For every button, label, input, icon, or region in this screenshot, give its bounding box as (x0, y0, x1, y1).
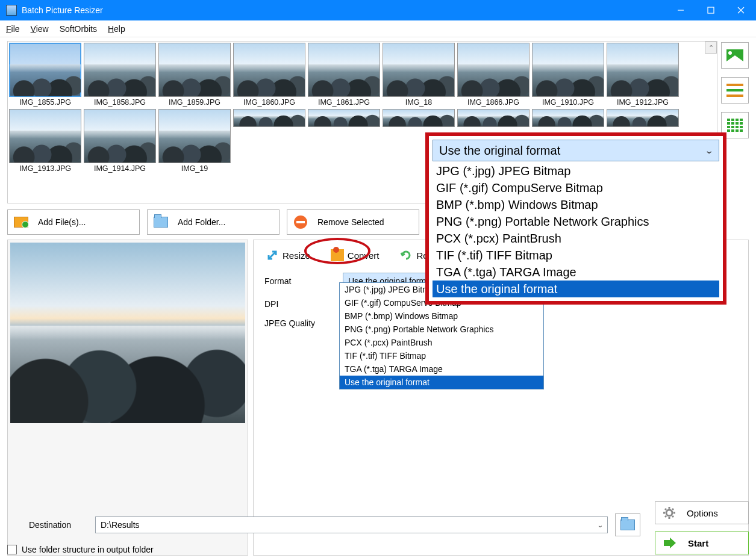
tab-convert[interactable]: Convert (326, 246, 384, 264)
thumbnail-item[interactable] (233, 109, 305, 173)
svg-line-13 (665, 516, 666, 517)
svg-marker-14 (664, 538, 676, 548)
thumbnail-label: IMG_18 (383, 98, 455, 107)
dpi-label: DPI (264, 299, 337, 309)
svg-line-11 (672, 516, 673, 517)
thumbnail-label: IMG_1861.JPG (308, 98, 380, 107)
image-icon (726, 49, 743, 61)
preview-pane (7, 240, 248, 556)
tab-convert-label: Convert (348, 250, 380, 261)
thumbnail-item[interactable]: IMG_1912.JPG (607, 43, 679, 107)
destination-label: Destination (7, 520, 88, 530)
thumbnail-image (457, 109, 530, 127)
browse-destination-button[interactable] (615, 513, 640, 536)
app-icon (6, 5, 17, 16)
format-combo-enlarged[interactable]: Use the original format ⌄ (433, 140, 719, 161)
destination-input[interactable]: D:\Results ⌄ (95, 516, 608, 533)
format-option[interactable]: TGA (*.tga) TARGA Image (433, 264, 719, 281)
menu-help[interactable]: Help (108, 24, 125, 34)
options-label: Options (687, 508, 718, 518)
thumbnail-item[interactable]: IMG_1860.JPG (233, 43, 305, 107)
thumbnail-image (607, 109, 679, 127)
thumbnail-label: IMG_1859.JPG (158, 98, 231, 107)
format-option[interactable]: PCX (*.pcx) PaintBrush (340, 336, 543, 349)
tab-resize[interactable]: Resize (261, 246, 315, 264)
thumbnail-image (532, 109, 604, 127)
format-option[interactable]: Use the original format (340, 376, 543, 389)
minimize-button[interactable] (666, 0, 696, 20)
options-button[interactable]: Options (655, 501, 749, 524)
thumbnail-image (9, 109, 81, 163)
thumbnail-label: IMG_1860.JPG (233, 98, 305, 107)
jpeg-quality-label: JPEG Quality (264, 318, 337, 328)
menu-file[interactable]: File (6, 24, 20, 34)
thumbnail-item[interactable] (308, 109, 380, 173)
gallery-scroll-up[interactable]: ⌃ (705, 42, 717, 54)
add-files-button[interactable]: Add File(s)... (7, 209, 140, 235)
format-option[interactable]: PNG (*.png) Portable Network Graphics (433, 213, 719, 230)
menu-softorbits[interactable]: SoftOrbits (60, 24, 97, 34)
format-dropdown-enlarged-list[interactable]: JPG (*.jpg) JPEG BitmapGIF (*.gif) Compu… (433, 163, 719, 297)
format-option[interactable]: TIF (*.tif) TIFF Bitmap (340, 349, 543, 362)
add-files-label: Add File(s)... (38, 217, 86, 227)
maximize-button[interactable] (696, 0, 726, 20)
thumbnail-image (532, 43, 604, 97)
thumbnail-image (158, 109, 231, 163)
thumbnail-label: IMG_1914.JPG (84, 164, 156, 173)
format-option[interactable]: PNG (*.png) Portable Network Graphics (340, 323, 543, 336)
view-large-thumb-button[interactable] (721, 42, 749, 69)
menu-bar: File View SoftOrbits Help (0, 20, 756, 37)
thumbnail-image (457, 43, 530, 97)
preview-image (10, 243, 245, 423)
thumbnail-item[interactable]: IMG_1866.JPG (457, 43, 530, 107)
svg-line-12 (672, 509, 673, 510)
format-option[interactable]: TIF (*.tif) TIFF Bitmap (433, 247, 719, 264)
close-button[interactable] (726, 0, 756, 20)
format-option[interactable]: PCX (*.pcx) PaintBrush (433, 230, 719, 247)
thumbnail-label: IMG_1855.JPG (9, 98, 81, 107)
add-file-icon (14, 217, 28, 228)
tab-resize-label: Resize (283, 250, 310, 261)
thumbnail-label: IMG_1913.JPG (9, 164, 81, 173)
format-option[interactable]: GIF (*.gif) CompuServe Bitmap (433, 179, 719, 196)
format-option[interactable]: Use the original format (433, 281, 719, 297)
thumbnail-item[interactable]: IMG_1855.JPG (9, 43, 81, 107)
add-folder-button[interactable]: Add Folder... (147, 209, 280, 235)
thumbnail-image (84, 43, 156, 97)
thumbnail-item[interactable]: IMG_1861.JPG (308, 43, 380, 107)
thumbnail-label: IMG_1866.JPG (457, 98, 530, 107)
remove-selected-button[interactable]: Remove Selected (287, 209, 419, 235)
format-option[interactable]: TGA (*.tga) TARGA Image (340, 362, 543, 376)
format-option[interactable]: JPG (*.jpg) JPEG Bitmap (433, 163, 719, 179)
format-option[interactable]: BMP (*.bmp) Windows Bitmap (340, 309, 543, 323)
thumbnail-item[interactable]: IMG_1913.JPG (9, 109, 81, 173)
thumbnail-item[interactable]: IMG_1858.JPG (84, 43, 156, 107)
thumbnail-item[interactable]: IMG_1914.JPG (84, 109, 156, 173)
use-folder-structure-checkbox[interactable]: Use folder structure in output folder (7, 545, 749, 554)
svg-line-4 (269, 252, 276, 259)
view-list-button[interactable] (721, 77, 749, 104)
thumbnail-image (233, 109, 305, 127)
thumbnail-item[interactable]: IMG_1910.JPG (532, 43, 604, 107)
svg-line-10 (665, 509, 666, 510)
thumbnail-image (308, 109, 380, 127)
thumbnail-label: IMG_1910.JPG (532, 98, 604, 107)
format-combo-enlarged-value: Use the original format (439, 144, 560, 158)
start-arrow-icon (663, 538, 677, 548)
thumbnail-image (383, 43, 455, 97)
thumbnail-image (233, 43, 305, 97)
thumbnail-item[interactable]: IMG_18 (383, 43, 455, 107)
folder-icon (620, 519, 635, 530)
start-button[interactable]: Start (655, 532, 749, 554)
format-option[interactable]: BMP (*.bmp) Windows Bitmap (433, 196, 719, 213)
thumbnail-item[interactable]: IMG_19 (158, 109, 231, 173)
thumbnail-item[interactable]: IMG_1859.JPG (158, 43, 231, 107)
chevron-down-icon: ⌄ (704, 146, 714, 155)
resize-icon (266, 249, 279, 262)
thumbnail-image (607, 43, 679, 97)
add-folder-label: Add Folder... (178, 217, 225, 227)
grid-icon (727, 119, 743, 132)
thumbnail-image (84, 109, 156, 163)
menu-view[interactable]: View (31, 24, 49, 34)
thumbnail-image (308, 43, 380, 97)
